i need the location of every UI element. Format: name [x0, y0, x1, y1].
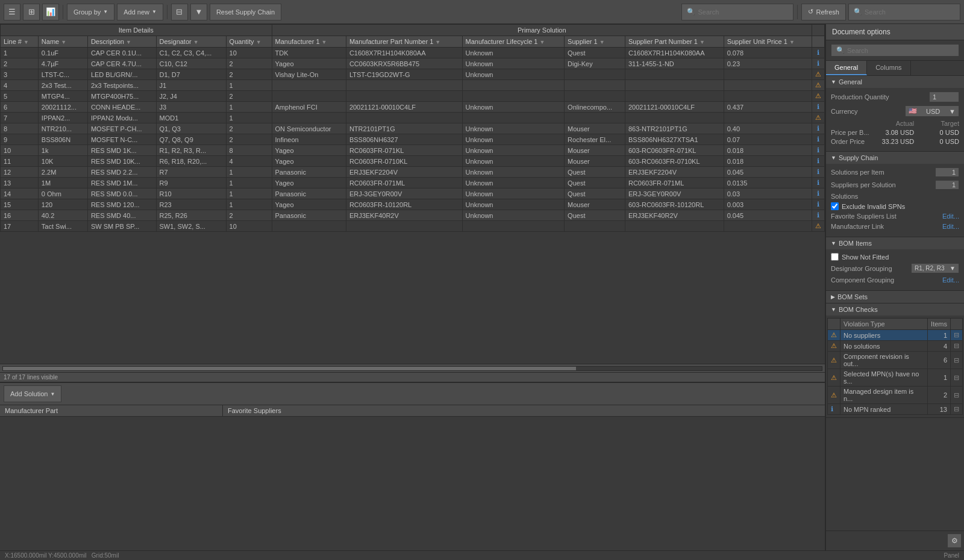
check-row[interactable]: ⚠ Selected MPN(s) have no s... 1 ⊟ — [828, 369, 963, 387]
check-row[interactable]: ⚠ No suppliers 1 ⊟ — [828, 330, 963, 341]
target-header: Target — [916, 120, 959, 127]
cell-supplier: Mouser — [565, 123, 625, 134]
right-search-input[interactable] — [847, 47, 954, 54]
check-row[interactable]: ⚠ No solutions 4 ⊟ — [828, 341, 963, 352]
bom-sets-section-title[interactable]: ▶ BOM Sets — [826, 291, 964, 303]
flag-icon: 🇺🇸 — [909, 107, 917, 115]
table-row[interactable]: 8 NTR210... MOSFET P-CH... Q1, Q3 2 ON S… — [1, 123, 825, 134]
reset-label: Reset Supply Chain — [216, 8, 275, 16]
options-icon-btn[interactable]: ▼ — [190, 4, 207, 20]
bottom-table-body — [0, 417, 825, 550]
cell-mfr: TDK — [272, 48, 346, 58]
table-row[interactable]: 1 0.1uF CAP CER 0.1U... C1, C2, C3, C4,.… — [1, 48, 825, 58]
currency-select[interactable]: 🇺🇸 USD ▼ — [905, 105, 959, 117]
suppliers-per-solution-label: Suppliers per Solution — [831, 181, 935, 188]
groupby-button[interactable]: Group by ▼ — [67, 4, 114, 20]
menu-icon-btn[interactable]: ☰ — [4, 4, 20, 20]
col-spn1[interactable]: Supplier Part Number 1 ▼ — [625, 36, 724, 48]
table-row[interactable]: 4 2x3 Test... 2x3 Testpoints... J1 1 ⚠ — [1, 80, 825, 91]
show-not-fitted-checkbox[interactable] — [831, 253, 839, 261]
main-search-input[interactable] — [698, 8, 788, 16]
col-qty[interactable]: Quantity ▼ — [226, 36, 272, 48]
table-row[interactable]: 2 4.7µF CAP CER 4.7U... C10, C12 2 Yageo… — [1, 58, 825, 69]
prod-qty-input[interactable] — [929, 92, 959, 102]
col-supplier1[interactable]: Supplier 1 ▼ — [565, 36, 625, 48]
bom-checks-section-title[interactable]: ▼ BOM Checks — [826, 303, 964, 316]
component-grouping-edit[interactable]: Edit... — [942, 276, 959, 284]
col-designator[interactable]: Designator ▼ — [156, 36, 226, 48]
check-filter-cell: ⊟ — [951, 387, 963, 404]
col-lifecycle1[interactable]: Manufacturer Lifecycle 1 ▼ — [462, 36, 565, 48]
table-row[interactable]: 5 MTGP4... MTGP400H75... J2, J4 2 ⚠ — [1, 91, 825, 102]
col-line[interactable]: Line # ▼ — [1, 36, 39, 48]
cell-spn — [625, 91, 724, 102]
main-search-box[interactable]: 🔍 — [681, 4, 793, 20]
cell-supplier: Quest — [565, 48, 625, 58]
settings-gear-button[interactable]: ⚙ — [947, 534, 962, 548]
columns-icon-btn[interactable]: ⊟ — [171, 4, 188, 20]
cell-spn: ERJ-3GEY0R00V — [625, 188, 724, 199]
check-row[interactable]: ⚠ Managed design item is n... 2 ⊟ — [828, 387, 963, 404]
horizontal-scrollbar[interactable] — [0, 364, 825, 372]
cell-supplier — [565, 69, 625, 80]
table-row[interactable]: 14 0 Ohm RES SMD 0.0... R10 1 Panasonic … — [1, 188, 825, 199]
secondary-search-input[interactable] — [865, 8, 955, 16]
check-count-cell: 2 — [928, 387, 951, 404]
col-desc[interactable]: Description ▼ — [87, 36, 156, 48]
check-filter-cell: ⊟ — [951, 352, 963, 369]
col-name[interactable]: Name ▼ — [38, 36, 87, 48]
cell-line: 11 — [1, 156, 39, 167]
add-solution-label: Add Solution — [10, 390, 48, 397]
cell-lifecycle: Unknown — [462, 145, 565, 156]
bom-items-section-title[interactable]: ▼ BOM Items — [826, 237, 964, 249]
col-mfr1[interactable]: Manufacturer 1 ▼ — [272, 36, 346, 48]
table-row[interactable]: 11 10K RES SMD 10K... R6, R18, R20,... 4… — [1, 156, 825, 167]
cell-qty: 8 — [226, 145, 272, 156]
exclude-invalid-checkbox[interactable] — [831, 202, 839, 210]
table-row[interactable]: 7 IPPAN2... IPPAN2 Modu... MOD1 1 ⚠ — [1, 113, 825, 123]
cell-name: IPPAN2... — [38, 113, 87, 123]
cell-designator: R6, R18, R20,... — [156, 156, 226, 167]
cell-spn: 863-NTR2101PT1G — [625, 123, 724, 134]
table-row[interactable]: 10 1k RES SMD 1K... R1, R2, R3, R... 8 Y… — [1, 145, 825, 156]
table-row[interactable]: 17 Tact Swi... SW SM PB SP... SW1, SW2, … — [1, 221, 825, 232]
scroll-container[interactable] — [2, 366, 822, 371]
designator-grouping-select[interactable]: R1, R2, R3 ▼ — [911, 263, 959, 273]
check-icon-cell: ⚠ — [828, 352, 840, 369]
tab-columns[interactable]: Columns — [867, 61, 910, 75]
table-row[interactable]: 6 20021112... CONN HEADE... J3 1 Ampheno… — [1, 102, 825, 113]
table-row[interactable]: 12 2.2M RES SMD 2.2... R7 1 Panasonic ER… — [1, 167, 825, 178]
cell-supplier — [565, 113, 625, 123]
cell-spn: RC0603FR-071ML — [625, 178, 724, 188]
supply-chain-section-body: Solutions per Item Suppliers per Solutio… — [826, 164, 964, 237]
supply-chain-section-title[interactable]: ▼ Supply Chain — [826, 152, 964, 164]
col-mpn1[interactable]: Manufacturer Part Number 1 ▼ — [346, 36, 462, 48]
check-row[interactable]: ⚠ Component revision is out... 6 ⊟ — [828, 352, 963, 369]
general-section-title[interactable]: ▼ General — [826, 76, 964, 88]
table-area[interactable]: Item Details Primary Solution Line # ▼ N… — [0, 24, 825, 364]
add-solution-button[interactable]: Add Solution ▼ — [4, 385, 61, 402]
col-price1[interactable]: Supplier Unit Price 1 ▼ — [724, 36, 812, 48]
refresh-button[interactable]: ↺ Refresh — [801, 4, 846, 20]
cell-icon: ℹ — [812, 48, 825, 58]
view1-icon-btn[interactable]: ⊞ — [23, 4, 40, 20]
fav-suppliers-edit[interactable]: Edit... — [942, 213, 959, 220]
scroll-thumb[interactable] — [3, 367, 576, 370]
addnew-button[interactable]: Add new ▼ — [117, 4, 163, 20]
check-row[interactable]: ℹ No MPN ranked 13 ⊟ — [828, 404, 963, 415]
warning-icon: ⚠ — [815, 222, 821, 229]
mfr-link-edit[interactable]: Edit... — [942, 223, 959, 230]
suppliers-per-solution-input[interactable] — [935, 180, 959, 190]
table-row[interactable]: 3 LTST-C... LED BL/GRN/... D1, D7 2 Vish… — [1, 69, 825, 80]
solutions-per-item-input[interactable] — [935, 167, 959, 177]
reset-supply-chain-button[interactable]: Reset Supply Chain — [210, 4, 281, 20]
table-row[interactable]: 13 1M RES SMD 1M... R9 1 Yageo RC0603FR-… — [1, 178, 825, 188]
secondary-search-box[interactable]: 🔍 — [848, 4, 960, 20]
tab-general[interactable]: General — [826, 61, 867, 75]
table-row[interactable]: 15 120 RES SMD 120... R23 1 Yageo RC0603… — [1, 199, 825, 210]
right-search-box[interactable]: 🔍 — [831, 44, 959, 57]
table-row[interactable]: 9 BSS806N MOSFET N-C... Q7, Q8, Q9 2 Inf… — [1, 134, 825, 145]
check-filter-cell: ⊟ — [951, 330, 963, 341]
table-row[interactable]: 16 40.2 RES SMD 40... R25, R26 2 Panason… — [1, 210, 825, 221]
chart-icon-btn[interactable]: 📊 — [42, 4, 59, 20]
